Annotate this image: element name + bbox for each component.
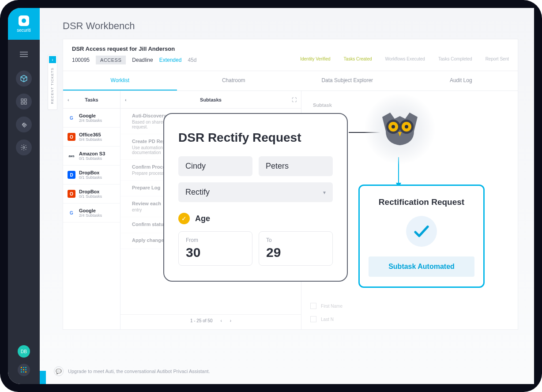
progress-step-1: Identity Verified bbox=[300, 57, 330, 64]
from-label: From bbox=[186, 237, 245, 243]
task-item[interactable]: DDropBox0/1 Subtasks bbox=[63, 166, 120, 185]
tab-bar: Worklist Chatroom Data Subject Explorer … bbox=[63, 71, 518, 91]
svg-rect-2 bbox=[21, 102, 23, 104]
back-icon[interactable]: ‹ bbox=[125, 97, 127, 102]
progress-step-2: Tasks Created bbox=[344, 57, 372, 64]
tablet-frame: securiti DB bbox=[0, 0, 542, 392]
chevron-right-icon: › bbox=[49, 56, 56, 63]
request-id: 100095 bbox=[72, 57, 90, 63]
tab-chatroom[interactable]: Chatroom bbox=[177, 71, 291, 90]
tab-audit-log[interactable]: Audit Log bbox=[404, 71, 518, 90]
request-type-badge: ACCESS bbox=[96, 56, 126, 64]
task-item[interactable]: ODropBox0/1 Subtasks bbox=[63, 185, 120, 204]
first-name-field[interactable]: Cindy bbox=[178, 156, 252, 176]
svg-point-4 bbox=[23, 147, 25, 148]
to-label: To bbox=[266, 237, 325, 243]
from-value-box[interactable]: From 30 bbox=[178, 231, 252, 266]
task-item[interactable]: awsAmazon S30/1 Subtasks bbox=[63, 147, 120, 166]
tasks-column: ‹Tasks GGoogle2/4 SubtasksOOffice3650/4 … bbox=[63, 91, 120, 329]
svg-point-12 bbox=[405, 125, 408, 128]
success-check-icon bbox=[406, 216, 437, 247]
back-icon[interactable]: ‹ bbox=[68, 97, 69, 102]
brand-icon bbox=[19, 15, 29, 26]
chevron-down-icon: ▾ bbox=[323, 189, 326, 196]
sidebar: securiti DB bbox=[8, 8, 40, 384]
modal-title: DSR Rectify Request bbox=[178, 131, 333, 145]
accent-corner bbox=[40, 371, 46, 384]
checklist-row[interactable]: Last N bbox=[310, 313, 509, 326]
progress-steps: Identity Verified Tasks Created Workflow… bbox=[300, 57, 509, 64]
task-item[interactable]: GGoogle2/4 Subtasks bbox=[63, 204, 120, 222]
tab-worklist[interactable]: Worklist bbox=[63, 71, 177, 90]
checklist-row[interactable]: First Name bbox=[310, 299, 509, 313]
request-title: DSR Access request for Jill Anderson bbox=[72, 45, 175, 52]
expand-icon[interactable]: ⛶ bbox=[292, 97, 297, 102]
progress-step-3: Workflows Executed bbox=[385, 57, 425, 64]
subtask-header: Subtask bbox=[313, 102, 332, 108]
rectify-request-modal: DSR Rectify Request Cindy Peters Rectify… bbox=[163, 113, 348, 282]
sidebar-bottom: DB bbox=[18, 345, 30, 384]
automation-card: Rectification Request Subtask Automated bbox=[358, 185, 485, 288]
svg-point-11 bbox=[391, 125, 395, 128]
page-title: DSR Workbench bbox=[40, 8, 534, 39]
nav-dashboard-icon[interactable] bbox=[16, 94, 32, 109]
tab-data-subject-explorer[interactable]: Data Subject Explorer bbox=[290, 71, 404, 90]
owl-assistant bbox=[365, 94, 435, 164]
svg-rect-1 bbox=[24, 99, 26, 101]
recent-tickets-tab[interactable]: › RECENT TICKETS bbox=[48, 55, 57, 110]
brand-text: securiti bbox=[17, 28, 31, 33]
tasks-header: Tasks bbox=[85, 97, 98, 102]
page-next[interactable]: › bbox=[230, 318, 231, 323]
subtask-automated-button[interactable]: Subtask Automated bbox=[369, 256, 474, 277]
deadline-status: Extended bbox=[159, 57, 182, 63]
action-select[interactable]: Rectify ▾ bbox=[178, 182, 333, 202]
upgrade-text: Upgrade to meet Auti, the conversational… bbox=[68, 369, 210, 374]
hamburger-menu[interactable] bbox=[20, 50, 28, 58]
from-value: 30 bbox=[186, 245, 245, 260]
to-value: 29 bbox=[266, 245, 325, 260]
task-item[interactable]: OOffice3650/4 Subtasks bbox=[63, 128, 120, 147]
deadline-label: Deadline bbox=[132, 57, 153, 63]
last-name-field[interactable]: Peters bbox=[259, 156, 333, 176]
page-prev[interactable]: ‹ bbox=[220, 318, 222, 323]
pagination-text: 1 - 25 of 50 bbox=[190, 318, 213, 323]
recent-tickets-label: RECENT TICKETS bbox=[49, 63, 56, 109]
svg-rect-0 bbox=[21, 99, 23, 101]
pagination: 1 - 25 of 50 ‹ › bbox=[120, 314, 301, 327]
brand-logo[interactable]: securiti bbox=[8, 8, 40, 40]
nav-settings-icon[interactable] bbox=[16, 139, 32, 155]
deadline-days: 45d bbox=[188, 57, 196, 63]
task-item[interactable]: GGoogle2/4 Subtasks bbox=[63, 109, 120, 128]
to-value-box[interactable]: To 29 bbox=[259, 231, 333, 266]
progress-step-5: Report Sent bbox=[486, 57, 509, 64]
upgrade-bar: 💬 Upgrade to meet Auti, the conversation… bbox=[48, 363, 534, 380]
main-content: DSR Workbench › RECENT TICKETS DSR Acces… bbox=[40, 8, 534, 384]
user-avatar[interactable]: DB bbox=[18, 345, 30, 358]
chat-icon[interactable]: 💬 bbox=[54, 366, 64, 376]
progress-step-4: Tasks Completed bbox=[438, 57, 472, 64]
subtasks-header: Subtasks bbox=[200, 97, 222, 102]
check-circle-icon: ✓ bbox=[178, 213, 190, 224]
nav-cube-icon[interactable] bbox=[16, 71, 32, 87]
screen: securiti DB bbox=[8, 8, 534, 384]
svg-rect-3 bbox=[24, 102, 26, 104]
app-grid-icon[interactable] bbox=[18, 364, 30, 376]
action-value: Rectify bbox=[185, 188, 210, 197]
field-label: Age bbox=[195, 214, 210, 223]
owl-icon bbox=[378, 109, 422, 149]
nav-wrench-icon[interactable] bbox=[16, 117, 32, 132]
automation-title: Rectification Request bbox=[369, 197, 474, 207]
